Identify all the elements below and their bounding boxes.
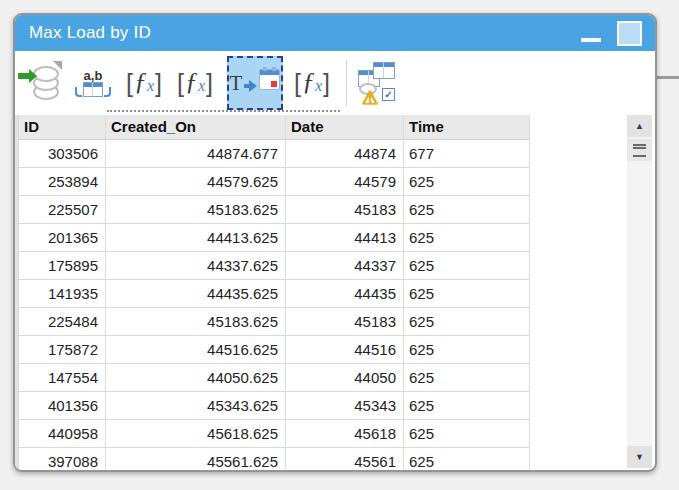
- table-cell: 45618: [286, 420, 404, 448]
- table-cell: 45561.625: [106, 448, 286, 470]
- table-cell: 625: [404, 364, 530, 392]
- scrollbar-track[interactable]: [627, 161, 652, 446]
- table-cell: 44435.625: [106, 280, 286, 308]
- table-cell: 201365: [18, 224, 106, 252]
- formula-fx-icon: [ ƒ x ]: [126, 70, 162, 96]
- table-cell: 147554: [18, 364, 106, 392]
- scroll-up-button[interactable]: ▲: [627, 115, 652, 137]
- check-icon: ✓: [382, 88, 395, 101]
- minimize-icon: [581, 38, 601, 42]
- green-arrow-icon: [18, 73, 29, 79]
- table-cell: 440958: [18, 420, 106, 448]
- table-row: 14755444050.62544050625: [18, 364, 530, 392]
- scroll-down-button[interactable]: ▼: [627, 446, 652, 468]
- table-cell: 45343: [286, 392, 404, 420]
- calendar-icon: [259, 69, 280, 90]
- browse-check-tool[interactable]: ⚠ ✓: [357, 57, 395, 109]
- table-cell: 44050.625: [106, 364, 286, 392]
- table-row: 40135645343.62545343625: [18, 392, 530, 420]
- table-cell: 677: [404, 140, 530, 168]
- table-cell: 401356: [18, 392, 106, 420]
- table-cell: 45183: [286, 308, 404, 336]
- table-row: 30350644874.67744874677: [18, 140, 530, 168]
- table-cell: 625: [404, 420, 530, 448]
- curved-arrow-left-icon: [75, 87, 82, 97]
- table-cell: 225484: [18, 308, 106, 336]
- column-header-time[interactable]: Time: [404, 115, 530, 140]
- column-header-date[interactable]: Date: [286, 115, 404, 140]
- table-cell: 44874.677: [106, 140, 286, 168]
- table-row: 20136544413.62544413625: [18, 224, 530, 252]
- input-data-tool[interactable]: [23, 57, 61, 109]
- table-cell: 45618.625: [106, 420, 286, 448]
- table-cell: 44413: [286, 224, 404, 252]
- formula-tool-3[interactable]: [ ƒ x ]: [293, 57, 331, 109]
- table-cell: 45561: [286, 448, 404, 470]
- curved-arrow-right-icon: [104, 87, 111, 97]
- formula-tool-2[interactable]: [ ƒ x ]: [176, 57, 214, 109]
- table-cell: 44579.625: [106, 168, 286, 196]
- table-cell: 625: [404, 196, 530, 224]
- table-row: 22550745183.62545183625: [18, 196, 530, 224]
- window-titlebar[interactable]: Max Load by ID: [15, 15, 655, 51]
- text-to-columns-tool[interactable]: a,b: [74, 57, 112, 109]
- table-row: 25389444579.62544579625: [18, 168, 530, 196]
- table-cell: 45183: [286, 196, 404, 224]
- column-header-created_on[interactable]: Created_On: [106, 115, 286, 140]
- maximize-button[interactable]: [617, 21, 642, 46]
- table-cell: 625: [404, 308, 530, 336]
- arrow-down-icon: ▼: [635, 452, 644, 462]
- minimize-button[interactable]: [579, 19, 603, 47]
- toolbar-separator: [346, 60, 347, 106]
- connector-wire: [654, 76, 679, 79]
- table-cell: 175895: [18, 252, 106, 280]
- vertical-scrollbar[interactable]: ▲ ▼: [627, 115, 652, 468]
- table-header: IDCreated_OnDateTime: [18, 115, 530, 140]
- warning-icon: ⚠: [362, 89, 378, 107]
- table-cell: 225507: [18, 196, 106, 224]
- column-header-id[interactable]: ID: [18, 115, 106, 140]
- table-body: 30350644874.6774487467725389444579.62544…: [18, 140, 530, 470]
- table-cell: 625: [404, 392, 530, 420]
- table-cell: 44337.625: [106, 252, 286, 280]
- scrollbar-thumb[interactable]: [627, 139, 652, 161]
- table-cell: 625: [404, 336, 530, 364]
- table-cell: 44050: [286, 364, 404, 392]
- table-cell: 44874: [286, 140, 404, 168]
- formula-fx-icon: [ ƒ x ]: [177, 70, 213, 96]
- table-cell: 44516.625: [106, 336, 286, 364]
- mini-table-icon: [373, 62, 395, 79]
- table-cell: 303506: [18, 140, 106, 168]
- table-cell: 625: [404, 252, 530, 280]
- grip-icon: [633, 144, 646, 157]
- table-cell: 625: [404, 448, 530, 470]
- formula-tool-1[interactable]: [ ƒ x ]: [125, 57, 163, 109]
- table-row: 44095845618.62545618625: [18, 420, 530, 448]
- database-green-arrow-icon: [24, 64, 60, 102]
- t-letter-icon: T: [230, 73, 243, 94]
- ab-table-icon: a,b: [75, 69, 111, 97]
- table-cell: 45343.625: [106, 392, 286, 420]
- blue-arrow-icon: [244, 80, 257, 92]
- table-cell: 45183.625: [106, 308, 286, 336]
- table-row: 17589544337.62544337625: [18, 252, 530, 280]
- data-grid: IDCreated_OnDateTime 30350644874.6774487…: [18, 115, 530, 470]
- datetime-tool[interactable]: T: [227, 56, 283, 110]
- ab-label: a,b: [84, 69, 103, 82]
- tables-warning-check-icon: ⚠ ✓: [357, 61, 395, 105]
- table-cell: 625: [404, 168, 530, 196]
- table-row: 22548445183.62545183625: [18, 308, 530, 336]
- table-cell: 44435: [286, 280, 404, 308]
- formula-fx-icon: [ ƒ x ]: [294, 70, 330, 96]
- window-title: Max Load by ID: [29, 23, 151, 43]
- table-row: 14193544435.62544435625: [18, 280, 530, 308]
- table-cell: 625: [404, 224, 530, 252]
- selection-marquee-edge: [107, 110, 340, 112]
- table-cell: 625: [404, 280, 530, 308]
- table-cell: 44579: [286, 168, 404, 196]
- table-cell: 44516: [286, 336, 404, 364]
- table-cell: 44337: [286, 252, 404, 280]
- table-cell: 397088: [18, 448, 106, 470]
- arrow-up-icon: ▲: [635, 121, 644, 131]
- table-cell: 175872: [18, 336, 106, 364]
